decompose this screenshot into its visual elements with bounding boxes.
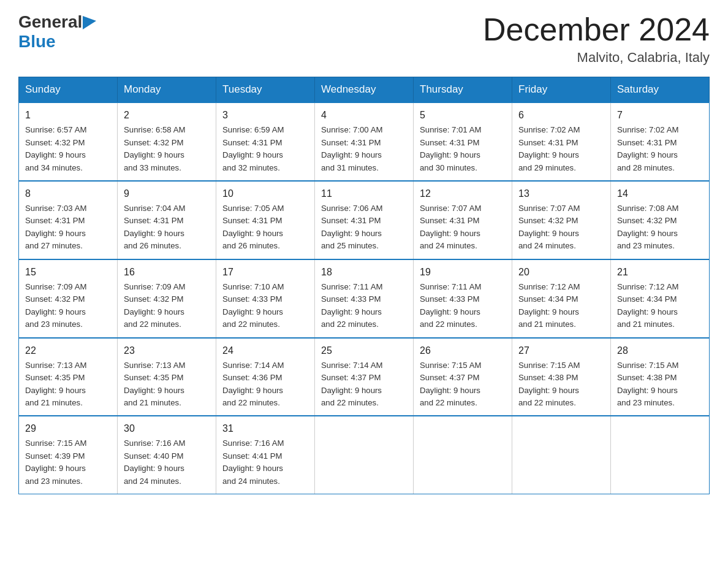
day-number: 19 bbox=[420, 265, 506, 280]
day-info: Sunrise: 7:09 AMSunset: 4:32 PMDaylight:… bbox=[25, 282, 86, 329]
calendar-week-row: 1Sunrise: 6:57 AMSunset: 4:32 PMDaylight… bbox=[19, 102, 710, 181]
calendar-week-row: 8Sunrise: 7:03 AMSunset: 4:31 PMDaylight… bbox=[19, 181, 710, 259]
subtitle: Malvito, Calabria, Italy bbox=[483, 50, 710, 66]
day-info: Sunrise: 7:15 AMSunset: 4:38 PMDaylight:… bbox=[518, 361, 580, 407]
calendar-cell: 17Sunrise: 7:10 AMSunset: 4:33 PMDayligh… bbox=[216, 259, 315, 338]
day-number: 9 bbox=[124, 186, 210, 201]
day-info: Sunrise: 7:01 AMSunset: 4:31 PMDaylight:… bbox=[420, 125, 481, 172]
day-info: Sunrise: 7:04 AMSunset: 4:31 PMDaylight:… bbox=[124, 204, 185, 250]
day-number: 12 bbox=[420, 186, 506, 201]
calendar-cell: 10Sunrise: 7:05 AMSunset: 4:31 PMDayligh… bbox=[216, 181, 315, 259]
day-info: Sunrise: 6:59 AMSunset: 4:31 PMDaylight:… bbox=[222, 125, 284, 172]
calendar-cell: 1Sunrise: 6:57 AMSunset: 4:32 PMDaylight… bbox=[19, 102, 118, 181]
calendar-cell: 2Sunrise: 6:58 AMSunset: 4:32 PMDaylight… bbox=[118, 102, 216, 181]
calendar-cell: 30Sunrise: 7:16 AMSunset: 4:40 PMDayligh… bbox=[118, 416, 216, 494]
calendar-day-header: Wednesday bbox=[315, 77, 414, 103]
calendar-day-header: Friday bbox=[512, 77, 611, 103]
calendar-cell: 13Sunrise: 7:07 AMSunset: 4:32 PMDayligh… bbox=[512, 181, 611, 259]
day-info: Sunrise: 6:57 AMSunset: 4:32 PMDaylight:… bbox=[25, 125, 86, 172]
day-number: 17 bbox=[222, 265, 308, 280]
calendar-cell: 24Sunrise: 7:14 AMSunset: 4:36 PMDayligh… bbox=[216, 338, 315, 416]
page-header: General Blue December 2024 Malvito, Cala… bbox=[18, 12, 710, 66]
calendar-cell: 29Sunrise: 7:15 AMSunset: 4:39 PMDayligh… bbox=[19, 416, 118, 494]
day-number: 23 bbox=[124, 343, 210, 358]
calendar-cell: 31Sunrise: 7:16 AMSunset: 4:41 PMDayligh… bbox=[216, 416, 315, 494]
calendar-cell: 14Sunrise: 7:08 AMSunset: 4:32 PMDayligh… bbox=[611, 181, 710, 259]
day-info: Sunrise: 7:10 AMSunset: 4:33 PMDaylight:… bbox=[222, 282, 284, 329]
day-number: 13 bbox=[518, 186, 604, 201]
calendar-table: SundayMondayTuesdayWednesdayThursdayFrid… bbox=[18, 77, 710, 494]
logo-arrow-icon bbox=[83, 16, 96, 29]
calendar-cell: 6Sunrise: 7:02 AMSunset: 4:31 PMDaylight… bbox=[512, 102, 611, 181]
calendar-day-header: Monday bbox=[118, 77, 216, 103]
calendar-cell bbox=[315, 416, 414, 494]
day-info: Sunrise: 7:02 AMSunset: 4:31 PMDaylight:… bbox=[518, 125, 580, 172]
day-info: Sunrise: 7:12 AMSunset: 4:34 PMDaylight:… bbox=[617, 282, 678, 329]
day-info: Sunrise: 7:11 AMSunset: 4:33 PMDaylight:… bbox=[420, 282, 481, 329]
calendar-cell: 22Sunrise: 7:13 AMSunset: 4:35 PMDayligh… bbox=[19, 338, 118, 416]
day-info: Sunrise: 7:09 AMSunset: 4:32 PMDaylight:… bbox=[124, 282, 185, 329]
day-info: Sunrise: 7:15 AMSunset: 4:39 PMDaylight:… bbox=[25, 439, 86, 485]
svg-marker-0 bbox=[83, 16, 96, 29]
day-info: Sunrise: 7:03 AMSunset: 4:31 PMDaylight:… bbox=[25, 204, 86, 250]
calendar-week-row: 29Sunrise: 7:15 AMSunset: 4:39 PMDayligh… bbox=[19, 416, 710, 494]
day-info: Sunrise: 7:15 AMSunset: 4:38 PMDaylight:… bbox=[617, 361, 678, 407]
calendar-header-row: SundayMondayTuesdayWednesdayThursdayFrid… bbox=[19, 77, 710, 103]
day-info: Sunrise: 7:16 AMSunset: 4:41 PMDaylight:… bbox=[222, 439, 284, 485]
day-info: Sunrise: 7:13 AMSunset: 4:35 PMDaylight:… bbox=[25, 361, 86, 407]
day-info: Sunrise: 7:05 AMSunset: 4:31 PMDaylight:… bbox=[222, 204, 284, 250]
day-number: 15 bbox=[25, 265, 111, 280]
day-info: Sunrise: 7:16 AMSunset: 4:40 PMDaylight:… bbox=[124, 439, 185, 485]
calendar-cell: 4Sunrise: 7:00 AMSunset: 4:31 PMDaylight… bbox=[315, 102, 414, 181]
calendar-week-row: 15Sunrise: 7:09 AMSunset: 4:32 PMDayligh… bbox=[19, 259, 710, 338]
day-number: 18 bbox=[321, 265, 407, 280]
day-number: 16 bbox=[124, 265, 210, 280]
day-number: 31 bbox=[222, 421, 308, 436]
day-number: 6 bbox=[518, 108, 604, 123]
calendar-cell: 11Sunrise: 7:06 AMSunset: 4:31 PMDayligh… bbox=[315, 181, 414, 259]
day-info: Sunrise: 7:08 AMSunset: 4:32 PMDaylight:… bbox=[617, 204, 678, 250]
calendar-cell bbox=[512, 416, 611, 494]
day-number: 8 bbox=[25, 186, 111, 201]
day-info: Sunrise: 6:58 AMSunset: 4:32 PMDaylight:… bbox=[124, 125, 185, 172]
calendar-cell: 19Sunrise: 7:11 AMSunset: 4:33 PMDayligh… bbox=[414, 259, 512, 338]
calendar-cell: 3Sunrise: 6:59 AMSunset: 4:31 PMDaylight… bbox=[216, 102, 315, 181]
day-info: Sunrise: 7:06 AMSunset: 4:31 PMDaylight:… bbox=[321, 204, 382, 250]
calendar-cell: 18Sunrise: 7:11 AMSunset: 4:33 PMDayligh… bbox=[315, 259, 414, 338]
day-number: 5 bbox=[420, 108, 506, 123]
calendar-cell: 26Sunrise: 7:15 AMSunset: 4:37 PMDayligh… bbox=[414, 338, 512, 416]
day-number: 24 bbox=[222, 343, 308, 358]
day-number: 4 bbox=[321, 108, 407, 123]
calendar-cell: 9Sunrise: 7:04 AMSunset: 4:31 PMDaylight… bbox=[118, 181, 216, 259]
day-number: 25 bbox=[321, 343, 407, 358]
day-number: 21 bbox=[617, 265, 703, 280]
calendar-cell: 8Sunrise: 7:03 AMSunset: 4:31 PMDaylight… bbox=[19, 181, 118, 259]
logo: General Blue bbox=[18, 12, 96, 52]
day-info: Sunrise: 7:00 AMSunset: 4:31 PMDaylight:… bbox=[321, 125, 382, 172]
day-number: 10 bbox=[222, 186, 308, 201]
calendar-cell: 25Sunrise: 7:14 AMSunset: 4:37 PMDayligh… bbox=[315, 338, 414, 416]
day-info: Sunrise: 7:02 AMSunset: 4:31 PMDaylight:… bbox=[617, 125, 678, 172]
day-number: 27 bbox=[518, 343, 604, 358]
day-number: 7 bbox=[617, 108, 703, 123]
logo-general-text: General bbox=[18, 12, 82, 32]
calendar-day-header: Thursday bbox=[414, 77, 512, 103]
calendar-cell bbox=[414, 416, 512, 494]
calendar-cell: 21Sunrise: 7:12 AMSunset: 4:34 PMDayligh… bbox=[611, 259, 710, 338]
day-number: 1 bbox=[25, 108, 111, 123]
day-number: 29 bbox=[25, 421, 111, 436]
calendar-cell: 28Sunrise: 7:15 AMSunset: 4:38 PMDayligh… bbox=[611, 338, 710, 416]
calendar-cell: 12Sunrise: 7:07 AMSunset: 4:31 PMDayligh… bbox=[414, 181, 512, 259]
calendar-cell: 27Sunrise: 7:15 AMSunset: 4:38 PMDayligh… bbox=[512, 338, 611, 416]
day-info: Sunrise: 7:11 AMSunset: 4:33 PMDaylight:… bbox=[321, 282, 382, 329]
day-number: 30 bbox=[124, 421, 210, 436]
day-number: 14 bbox=[617, 186, 703, 201]
calendar-cell: 23Sunrise: 7:13 AMSunset: 4:35 PMDayligh… bbox=[118, 338, 216, 416]
calendar-cell: 16Sunrise: 7:09 AMSunset: 4:32 PMDayligh… bbox=[118, 259, 216, 338]
day-number: 11 bbox=[321, 186, 407, 201]
day-info: Sunrise: 7:12 AMSunset: 4:34 PMDaylight:… bbox=[518, 282, 580, 329]
calendar-cell: 5Sunrise: 7:01 AMSunset: 4:31 PMDaylight… bbox=[414, 102, 512, 181]
day-number: 20 bbox=[518, 265, 604, 280]
title-block: December 2024 Malvito, Calabria, Italy bbox=[483, 12, 710, 66]
day-number: 2 bbox=[124, 108, 210, 123]
